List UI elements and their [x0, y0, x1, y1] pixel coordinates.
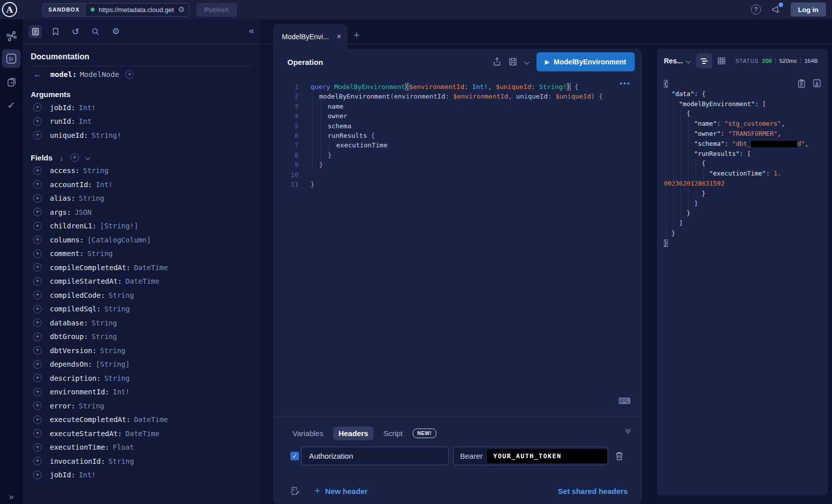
add-field-icon[interactable]: +	[33, 291, 42, 299]
add-field-icon[interactable]: +	[33, 471, 42, 479]
argument-row[interactable]: +runId:Int	[23, 115, 259, 129]
save-icon[interactable]	[509, 58, 517, 66]
auth-token-pill[interactable]: YOUR_AUTH_TOKEN	[487, 449, 608, 463]
publish-button[interactable]: Publish	[196, 3, 237, 17]
doc-type-name[interactable]: ModelNode	[80, 70, 119, 78]
field-row[interactable]: +environmentId:Int!	[23, 385, 259, 399]
sandbox-collections-icon[interactable]	[0, 72, 23, 92]
apollo-logo[interactable]: A	[2, 2, 17, 17]
login-button[interactable]: Log in	[791, 3, 826, 17]
field-type[interactable]: String	[79, 194, 105, 202]
field-row[interactable]: +invocationId:String	[23, 454, 259, 468]
table-view-icon[interactable]	[713, 53, 729, 68]
header-key-input[interactable]: Authorization	[301, 447, 449, 465]
response-json[interactable]: {"data": {"modelByEnvironment": [{"name"…	[664, 75, 826, 495]
field-type[interactable]: String	[109, 457, 134, 465]
add-field-icon[interactable]: +	[33, 374, 42, 382]
add-field-icon[interactable]: +	[33, 222, 42, 230]
field-row[interactable]: +access:String	[23, 164, 259, 178]
field-type[interactable]: String	[87, 249, 113, 258]
field-row[interactable]: +database:String	[23, 316, 259, 330]
add-field-icon[interactable]: +	[33, 131, 42, 139]
field-row[interactable]: +description:String	[23, 371, 259, 385]
field-row[interactable]: +jobId:Int!	[23, 468, 259, 482]
copy-response-icon[interactable]	[798, 79, 805, 88]
add-field-icon[interactable]: +	[33, 388, 42, 396]
explorer-nav-active[interactable]: ▷	[2, 49, 21, 68]
add-field-icon[interactable]: +	[33, 103, 42, 112]
field-row[interactable]: +args:JSON	[23, 205, 259, 219]
tab-script[interactable]: Script	[379, 427, 408, 440]
operation-tab[interactable]: ModelByEnvi... ×	[273, 24, 347, 49]
field-type[interactable]: Int!	[79, 471, 96, 479]
graphql-editor[interactable]: 1query ModelByEnvironment($environmentId…	[273, 75, 642, 416]
delete-header-icon[interactable]	[615, 451, 624, 461]
keyboard-shortcuts-icon[interactable]: ⌨	[618, 396, 631, 406]
field-type[interactable]: JSON	[74, 208, 92, 216]
set-shared-headers-link[interactable]: Set shared headers	[558, 487, 628, 495]
schema-graph-icon[interactable]	[0, 26, 23, 46]
field-row[interactable]: +error:String	[23, 399, 259, 413]
back-arrow-icon[interactable]: ←	[33, 70, 46, 79]
editor-menu-icon[interactable]: •••	[620, 79, 631, 88]
field-type[interactable]: DateTime	[134, 415, 168, 424]
field-type[interactable]: [CatalogColumn]	[87, 236, 150, 244]
field-type[interactable]: String!	[92, 131, 121, 139]
argument-row[interactable]: +uniqueId:String!	[23, 128, 259, 142]
checks-icon[interactable]: ✓	[0, 95, 23, 115]
field-row[interactable]: +childrenL1:[String!]	[23, 219, 259, 233]
announcements-button[interactable]	[771, 5, 782, 15]
add-field-icon[interactable]: +	[33, 318, 42, 327]
add-field-icon[interactable]: +	[33, 277, 42, 286]
search-icon[interactable]	[89, 25, 102, 38]
bookmarks-icon[interactable]	[49, 25, 62, 38]
field-row[interactable]: +dbtVersion:String	[23, 344, 259, 358]
field-type[interactable]: String	[104, 374, 130, 382]
field-row[interactable]: +dependsOn:[String]	[23, 358, 259, 372]
run-operation-button[interactable]: ▶ ModelByEnvironment	[537, 52, 635, 71]
field-row[interactable]: +compiledCode:String	[23, 288, 259, 302]
field-row[interactable]: +executeStartedAt:DateTime	[23, 427, 259, 441]
tree-view-icon[interactable]	[696, 53, 712, 68]
sort-fields-icon[interactable]: ↓	[59, 153, 63, 162]
add-field-icon[interactable]: +	[33, 443, 42, 452]
field-type[interactable]: String	[83, 166, 109, 175]
add-field-icon[interactable]: +	[33, 249, 42, 258]
new-tab-icon[interactable]: +	[353, 29, 360, 42]
field-type[interactable]: String	[109, 291, 134, 299]
field-type[interactable]: String	[79, 402, 105, 410]
add-field-icon[interactable]: +	[33, 180, 42, 189]
add-field-icon[interactable]: +	[33, 360, 42, 369]
field-type[interactable]: Float	[113, 443, 134, 451]
field-type[interactable]: DateTime	[125, 430, 159, 438]
header-value-input[interactable]: Bearer YOUR_AUTH_TOKEN	[453, 447, 608, 465]
add-field-icon[interactable]: +	[33, 263, 42, 272]
argument-row[interactable]: +jobId:Int!	[23, 101, 259, 115]
add-field-icon[interactable]: +	[33, 235, 42, 244]
add-field-icon[interactable]: +	[33, 429, 42, 438]
field-type[interactable]: String	[92, 319, 117, 327]
endpoint-control[interactable]: SANDBOX https://metadata.cloud.get ⚙	[42, 3, 189, 17]
field-row[interactable]: +comment:String	[23, 247, 259, 261]
endpoint-url[interactable]: https://metadata.cloud.get	[99, 6, 174, 14]
settings-gear-icon[interactable]: ⚙	[109, 25, 122, 38]
field-type[interactable]: DateTime	[125, 277, 159, 285]
field-row[interactable]: +executionTime:Float	[23, 441, 259, 455]
add-field-icon[interactable]: +	[33, 117, 42, 126]
field-row[interactable]: +compileStartedAt:DateTime	[23, 275, 259, 289]
field-type[interactable]: Int!	[113, 388, 130, 396]
field-row[interactable]: +executeCompletedAt:DateTime	[23, 413, 259, 427]
documentation-tab-icon[interactable]	[29, 25, 42, 38]
history-icon[interactable]: ↺	[69, 25, 82, 38]
add-field-icon[interactable]: +	[33, 332, 42, 341]
expand-rail-icon[interactable]: »	[0, 492, 23, 502]
tab-headers[interactable]: Headers	[333, 427, 373, 440]
field-row[interactable]: +accountId:Int!	[23, 178, 259, 192]
add-field-icon[interactable]: +	[33, 415, 42, 424]
add-field-icon[interactable]: +	[33, 166, 42, 175]
field-type[interactable]: String	[100, 347, 126, 355]
add-field-icon[interactable]: +	[33, 401, 42, 410]
add-field-icon[interactable]: +	[33, 305, 42, 313]
field-row[interactable]: +dbtGroup:String	[23, 330, 259, 344]
add-field-icon[interactable]: +	[33, 346, 42, 355]
